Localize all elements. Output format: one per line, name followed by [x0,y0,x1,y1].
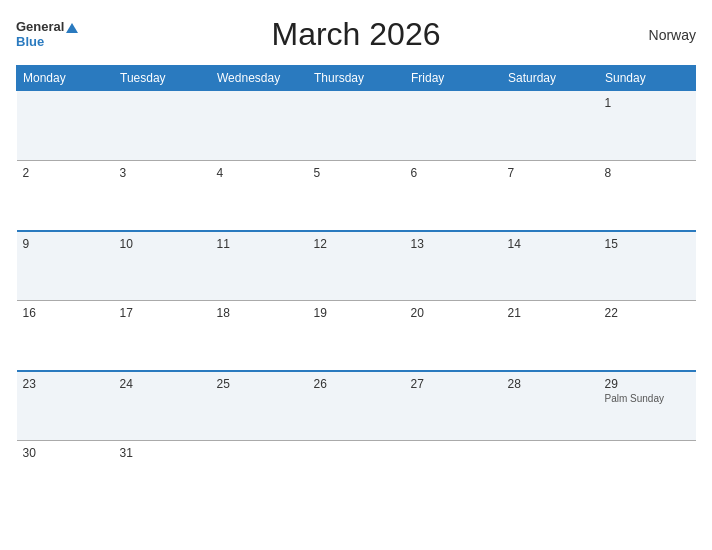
calendar-country: Norway [596,27,696,43]
calendar-cell [211,441,308,511]
calendar-title: March 2026 [116,16,596,53]
calendar-cell: 5 [308,161,405,231]
calendar-week-row: 3031 [17,441,696,511]
day-number: 28 [508,377,593,391]
calendar-week-row: 23242526272829Palm Sunday [17,371,696,441]
day-number: 30 [23,446,108,460]
calendar-cell: 7 [502,161,599,231]
day-number: 4 [217,166,302,180]
calendar-cell: 21 [502,301,599,371]
column-header-friday: Friday [405,66,502,91]
calendar-cell: 16 [17,301,114,371]
calendar-cell: 3 [114,161,211,231]
day-number: 25 [217,377,302,391]
calendar-header: General Blue March 2026 Norway [16,16,696,53]
calendar-cell: 31 [114,441,211,511]
day-number: 11 [217,237,302,251]
calendar-cell: 28 [502,371,599,441]
day-number: 24 [120,377,205,391]
day-number: 15 [605,237,690,251]
calendar-grid: MondayTuesdayWednesdayThursdayFridaySatu… [16,65,696,511]
day-number: 2 [23,166,108,180]
day-number: 21 [508,306,593,320]
calendar-cell: 30 [17,441,114,511]
calendar-cell: 15 [599,231,696,301]
day-number: 17 [120,306,205,320]
calendar-cell: 19 [308,301,405,371]
calendar-cell: 10 [114,231,211,301]
calendar-cell: 23 [17,371,114,441]
calendar-cell [599,441,696,511]
calendar-cell [114,91,211,161]
calendar-header-row: MondayTuesdayWednesdayThursdayFridaySatu… [17,66,696,91]
day-number: 1 [605,96,690,110]
calendar-cell [308,441,405,511]
day-number: 23 [23,377,108,391]
column-header-sunday: Sunday [599,66,696,91]
day-number: 22 [605,306,690,320]
column-header-saturday: Saturday [502,66,599,91]
calendar-cell: 26 [308,371,405,441]
day-number: 3 [120,166,205,180]
calendar-cell: 9 [17,231,114,301]
day-number: 26 [314,377,399,391]
calendar-cell [502,91,599,161]
day-number: 8 [605,166,690,180]
column-header-monday: Monday [17,66,114,91]
calendar-cell: 8 [599,161,696,231]
calendar-week-row: 1 [17,91,696,161]
calendar-cell: 11 [211,231,308,301]
day-number: 27 [411,377,496,391]
day-number: 13 [411,237,496,251]
calendar-cell [502,441,599,511]
calendar-cell: 12 [308,231,405,301]
calendar-cell: 18 [211,301,308,371]
logo-triangle-icon [66,23,78,33]
holiday-label: Palm Sunday [605,393,690,404]
calendar-cell: 29Palm Sunday [599,371,696,441]
day-number: 10 [120,237,205,251]
calendar-cell [405,441,502,511]
day-number: 31 [120,446,205,460]
day-number: 12 [314,237,399,251]
calendar-cell: 27 [405,371,502,441]
calendar-cell [308,91,405,161]
day-number: 14 [508,237,593,251]
logo-blue-text: Blue [16,35,44,49]
calendar-cell [17,91,114,161]
column-header-thursday: Thursday [308,66,405,91]
day-number: 18 [217,306,302,320]
calendar-cell: 4 [211,161,308,231]
calendar-cell [405,91,502,161]
day-number: 7 [508,166,593,180]
calendar-cell: 6 [405,161,502,231]
calendar-container: General Blue March 2026 Norway MondayTue… [0,0,712,550]
day-number: 6 [411,166,496,180]
calendar-cell: 14 [502,231,599,301]
calendar-cell: 22 [599,301,696,371]
column-header-tuesday: Tuesday [114,66,211,91]
day-number: 20 [411,306,496,320]
day-number: 29 [605,377,690,391]
column-header-wednesday: Wednesday [211,66,308,91]
calendar-cell: 24 [114,371,211,441]
calendar-week-row: 16171819202122 [17,301,696,371]
calendar-cell: 13 [405,231,502,301]
calendar-cell: 1 [599,91,696,161]
calendar-cell: 2 [17,161,114,231]
logo: General Blue [16,20,116,49]
calendar-cell [211,91,308,161]
calendar-week-row: 9101112131415 [17,231,696,301]
calendar-cell: 17 [114,301,211,371]
logo-general-text: General [16,20,78,34]
day-number: 16 [23,306,108,320]
day-number: 9 [23,237,108,251]
day-number: 5 [314,166,399,180]
calendar-cell: 25 [211,371,308,441]
calendar-week-row: 2345678 [17,161,696,231]
day-number: 19 [314,306,399,320]
calendar-cell: 20 [405,301,502,371]
